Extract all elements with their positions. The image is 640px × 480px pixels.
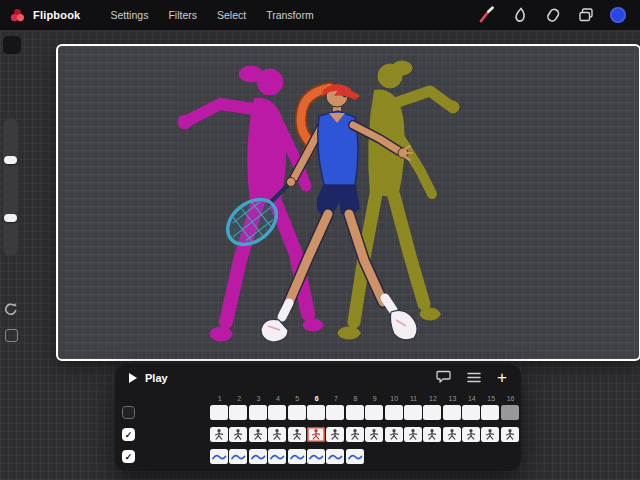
- menu-item-filters[interactable]: Filters: [168, 9, 197, 21]
- undo-icon[interactable]: [4, 302, 18, 320]
- frame-cell[interactable]: [481, 427, 499, 442]
- frame-cell[interactable]: [249, 449, 267, 464]
- track-visibility-checkbox[interactable]: ✓: [122, 450, 135, 463]
- play-label: Play: [145, 372, 168, 384]
- smudge-icon[interactable]: [511, 6, 529, 24]
- frame-number[interactable]: 2: [229, 394, 248, 404]
- frame-cell[interactable]: [229, 449, 247, 464]
- track-frames: [210, 449, 365, 464]
- timeline-track: ✓: [122, 427, 521, 442]
- timeline-panel: Play + 12345678910111213141516 ✓✓: [115, 364, 521, 471]
- timeline-header-icons: +: [436, 369, 521, 387]
- track-visibility-checkbox[interactable]: [122, 406, 135, 419]
- frame-cell[interactable]: [210, 405, 228, 420]
- frame-cell[interactable]: [501, 405, 519, 420]
- frame-cell[interactable]: [268, 427, 286, 442]
- frame-cell[interactable]: [404, 405, 422, 420]
- frame-cell[interactable]: [501, 427, 519, 442]
- frame-cell[interactable]: [423, 427, 441, 442]
- frame-number[interactable]: 1: [210, 394, 229, 404]
- frame-number[interactable]: 6: [307, 394, 326, 404]
- timeline-header: Play +: [115, 364, 521, 392]
- active-color-swatch[interactable]: [610, 7, 626, 23]
- topbar-tools: [478, 6, 640, 24]
- menu-item-select[interactable]: Select: [217, 9, 246, 21]
- frame-cell[interactable]: [307, 449, 325, 464]
- frame-number[interactable]: 9: [365, 394, 384, 404]
- frame-cell[interactable]: [268, 405, 286, 420]
- artwork: [58, 46, 639, 359]
- frame-cell[interactable]: [423, 405, 441, 420]
- frame-number[interactable]: 8: [346, 394, 365, 404]
- frame-cell[interactable]: [288, 405, 306, 420]
- brush-size-slider-handle[interactable]: [4, 156, 17, 164]
- timeline-options-icon[interactable]: [467, 369, 481, 387]
- frame-cell[interactable]: [481, 405, 499, 420]
- eraser-icon[interactable]: [544, 6, 562, 24]
- frame-cell[interactable]: [210, 449, 228, 464]
- frame-cell[interactable]: [385, 427, 403, 442]
- sidebar-modify-button[interactable]: [5, 329, 18, 342]
- play-button[interactable]: Play: [115, 372, 168, 384]
- app-title: Flipbook: [33, 9, 80, 21]
- frame-cell[interactable]: [229, 427, 247, 442]
- frame-number[interactable]: 11: [404, 394, 423, 404]
- timeline-track: ✓: [122, 449, 521, 464]
- frame-cell[interactable]: [229, 405, 247, 420]
- frame-number[interactable]: 14: [462, 394, 481, 404]
- frame-cell[interactable]: [443, 405, 461, 420]
- frame-cell[interactable]: [365, 405, 383, 420]
- frame-cell[interactable]: [288, 449, 306, 464]
- frame-cell[interactable]: [346, 427, 364, 442]
- app: Flipbook SettingsFiltersSelectTransform: [0, 0, 640, 480]
- frame-cell[interactable]: [326, 427, 344, 442]
- frame-cell[interactable]: [404, 427, 422, 442]
- frame-cell[interactable]: [210, 427, 228, 442]
- app-logo-icon[interactable]: [10, 8, 25, 23]
- frame-cell[interactable]: [307, 405, 325, 420]
- frame-cell[interactable]: [346, 449, 364, 464]
- frame-number[interactable]: 3: [249, 394, 268, 404]
- frame-number[interactable]: 15: [481, 394, 500, 404]
- layers-icon[interactable]: [577, 6, 595, 24]
- topbar-left: Flipbook SettingsFiltersSelectTransform: [0, 8, 314, 23]
- frame-cell[interactable]: [326, 449, 344, 464]
- frame-cell[interactable]: [288, 427, 306, 442]
- sidebar-corner-button[interactable]: [3, 36, 21, 54]
- topbar: Flipbook SettingsFiltersSelectTransform: [0, 0, 640, 30]
- play-icon: [129, 373, 137, 383]
- frame-cell[interactable]: [249, 405, 267, 420]
- frame-cell[interactable]: [443, 427, 461, 442]
- frame-number[interactable]: 4: [268, 394, 287, 404]
- timeline-track: [122, 405, 521, 420]
- main-menu: SettingsFiltersSelectTransform: [110, 9, 313, 21]
- track-visibility-checkbox[interactable]: ✓: [122, 428, 135, 441]
- frame-cell[interactable]: [385, 405, 403, 420]
- frame-number[interactable]: 12: [423, 394, 442, 404]
- frame-cell[interactable]: [462, 427, 480, 442]
- frame-number[interactable]: 13: [443, 394, 462, 404]
- track-frames: [210, 405, 520, 420]
- frame-cell[interactable]: [307, 427, 325, 442]
- frame-cell[interactable]: [346, 405, 364, 420]
- frame-cell[interactable]: [365, 427, 383, 442]
- frame-cell[interactable]: [268, 449, 286, 464]
- frame-number[interactable]: 10: [385, 394, 404, 404]
- track-frames: [210, 427, 520, 442]
- opacity-slider-handle[interactable]: [4, 214, 17, 222]
- menu-item-transform[interactable]: Transform: [266, 9, 313, 21]
- sidebar-slider-track: [3, 118, 18, 256]
- frame-number[interactable]: 5: [288, 394, 307, 404]
- menu-item-settings[interactable]: Settings: [110, 9, 148, 21]
- frame-number[interactable]: 7: [326, 394, 345, 404]
- frame-cell[interactable]: [249, 427, 267, 442]
- frame-cell[interactable]: [462, 405, 480, 420]
- frame-numbers: 12345678910111213141516: [210, 394, 520, 404]
- add-frame-icon[interactable]: +: [497, 369, 507, 386]
- frame-number[interactable]: 16: [501, 394, 520, 404]
- paint-brush-icon[interactable]: [478, 6, 496, 24]
- canvas[interactable]: [56, 44, 640, 361]
- comment-icon[interactable]: [436, 369, 451, 387]
- frame-cell[interactable]: [326, 405, 344, 420]
